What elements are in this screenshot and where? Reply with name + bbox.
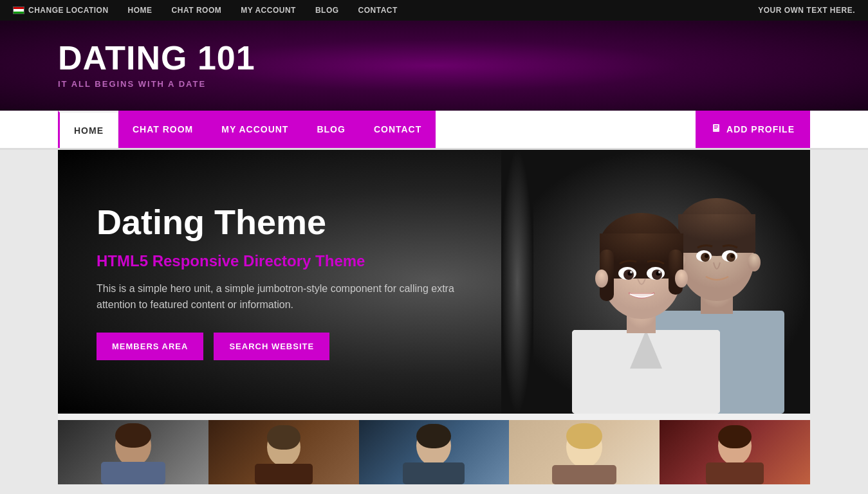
svg-rect-47 xyxy=(566,423,602,449)
profile-thumb-bg-5 xyxy=(660,420,810,484)
hero-buttons: MEMBERS AREA SEARCH WEBSITE xyxy=(97,333,470,360)
svg-rect-45 xyxy=(403,462,465,484)
nav-contact[interactable]: CONTACT xyxy=(360,111,436,148)
svg-rect-48 xyxy=(552,465,616,484)
nav-blog[interactable]: BLOG xyxy=(302,111,359,148)
profile-thumb-1[interactable] xyxy=(58,420,208,484)
nav-home[interactable]: HOME xyxy=(58,111,118,148)
svg-rect-44 xyxy=(416,424,451,448)
members-area-button[interactable]: MEMBERS AREA xyxy=(97,333,203,360)
hero-subtitle: HTML5 Responsive Directory Theme xyxy=(97,252,470,270)
nav-myaccount[interactable]: MY ACCOUNT xyxy=(207,111,302,148)
svg-point-35 xyxy=(658,271,661,273)
topbar-blog-link[interactable]: BLOG xyxy=(315,6,339,15)
hero-couple-svg xyxy=(501,150,810,414)
svg-rect-1 xyxy=(714,125,718,126)
profile-thumb-bg-2 xyxy=(208,420,359,484)
profile-thumb-bg-1 xyxy=(58,420,208,484)
svg-point-17 xyxy=(730,254,734,258)
svg-rect-2 xyxy=(714,127,718,127)
search-website-button[interactable]: SEARCH WEBSITE xyxy=(214,333,329,360)
svg-point-16 xyxy=(705,254,708,258)
svg-point-26 xyxy=(595,270,608,288)
top-bar: CHANGE LOCATION HOME CHAT ROOM MY ACCOUN… xyxy=(0,0,868,21)
hero-image xyxy=(501,150,810,414)
hero-title: Dating Theme xyxy=(97,203,470,241)
hero-section: Dating Theme HTML5 Responsive Directory … xyxy=(58,150,810,414)
main-nav: HOME CHAT ROOM MY ACCOUNT BLOG CONTACT A… xyxy=(0,111,868,150)
site-subtitle: IT ALL BEGINS WITH A DATE xyxy=(58,79,810,89)
profile-thumb-4[interactable] xyxy=(509,420,660,484)
add-profile-label: ADD PROFILE xyxy=(726,124,795,134)
svg-point-27 xyxy=(675,270,688,288)
nav-chatroom[interactable]: CHAT ROOM xyxy=(118,111,207,148)
flag-icon xyxy=(13,6,24,14)
profiles-section xyxy=(58,414,810,484)
svg-rect-41 xyxy=(267,425,300,450)
profile-icon xyxy=(711,124,721,136)
change-location-link[interactable]: CHANGE LOCATION xyxy=(28,6,109,15)
profile-thumb-3[interactable] xyxy=(359,420,510,484)
svg-rect-39 xyxy=(101,462,165,484)
svg-rect-42 xyxy=(255,464,313,484)
topbar-contact-link[interactable]: CONTACT xyxy=(358,6,398,15)
svg-rect-38 xyxy=(115,423,151,448)
change-location[interactable]: CHANGE LOCATION xyxy=(13,6,109,15)
svg-point-11 xyxy=(748,253,761,271)
svg-rect-3 xyxy=(714,128,717,129)
nav-items: HOME CHAT ROOM MY ACCOUNT BLOG CONTACT xyxy=(58,111,696,148)
site-header: DATING 101 IT ALL BEGINS WITH A DATE xyxy=(0,21,868,111)
hero-content: Dating Theme HTML5 Responsive Directory … xyxy=(58,165,508,399)
svg-point-34 xyxy=(630,271,633,273)
topbar-chatroom-link[interactable]: CHAT ROOM xyxy=(172,6,222,15)
profile-thumb-bg-3 xyxy=(359,420,510,484)
profile-thumb-5[interactable] xyxy=(660,420,810,484)
site-title: DATING 101 xyxy=(58,40,810,77)
top-bar-right-text: YOUR OWN TEXT HERE. xyxy=(758,6,855,15)
svg-rect-9 xyxy=(678,214,755,253)
svg-rect-50 xyxy=(718,425,752,448)
profile-thumb-bg-4 xyxy=(509,420,660,484)
profile-thumb-2[interactable] xyxy=(208,420,359,484)
hero-text: This is a simple hero unit, a simple jum… xyxy=(97,280,470,313)
topbar-myaccount-link[interactable]: MY ACCOUNT xyxy=(241,6,296,15)
svg-rect-51 xyxy=(706,462,764,484)
topbar-home-link[interactable]: HOME xyxy=(128,6,152,15)
top-bar-left: CHANGE LOCATION HOME CHAT ROOM MY ACCOUN… xyxy=(13,6,398,15)
add-profile-button[interactable]: ADD PROFILE xyxy=(696,111,810,148)
